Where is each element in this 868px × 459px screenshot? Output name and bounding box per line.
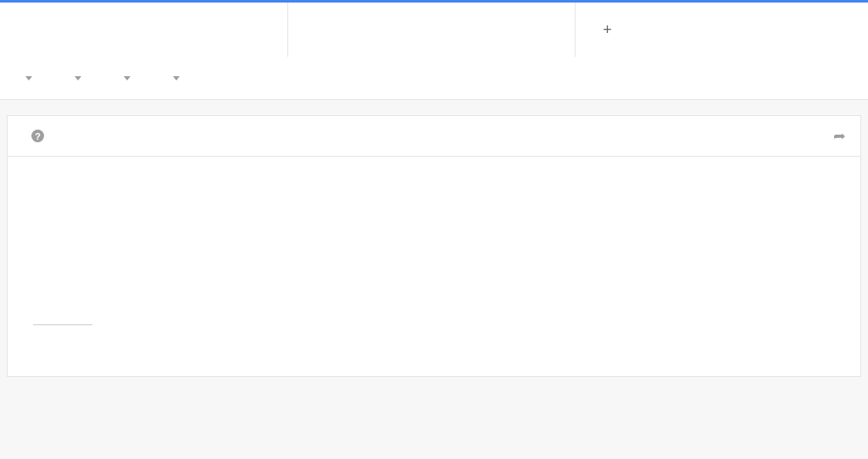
term-dot-react (22, 25, 31, 34)
share-icon[interactable]: ➦ (833, 128, 845, 144)
chevron-down-icon (124, 76, 131, 80)
trend-line-chart (101, 191, 843, 356)
filter-searchtype[interactable] (166, 76, 180, 80)
filters-row (0, 57, 868, 99)
term-dot-angular (310, 25, 319, 34)
filter-time[interactable] (68, 76, 81, 80)
card-header: ? ➦ (8, 116, 860, 157)
help-icon[interactable]: ? (31, 130, 44, 142)
terms-row: + (0, 3, 868, 57)
term-card-react[interactable] (0, 3, 288, 57)
average-baseline (33, 324, 92, 325)
chevron-down-icon (75, 76, 81, 80)
average-panel (25, 255, 101, 356)
filter-region[interactable] (19, 76, 32, 80)
chart-body (8, 157, 860, 376)
plus-icon: + (603, 22, 612, 37)
average-bars (45, 255, 81, 323)
chevron-down-icon (25, 76, 32, 80)
term-card-angular[interactable] (288, 3, 576, 57)
filter-category[interactable] (117, 76, 131, 80)
interest-over-time-card: ? ➦ (7, 115, 861, 377)
add-comparison-button[interactable]: + (576, 3, 868, 57)
chevron-down-icon (173, 76, 180, 80)
comparison-header: + (0, 0, 868, 100)
